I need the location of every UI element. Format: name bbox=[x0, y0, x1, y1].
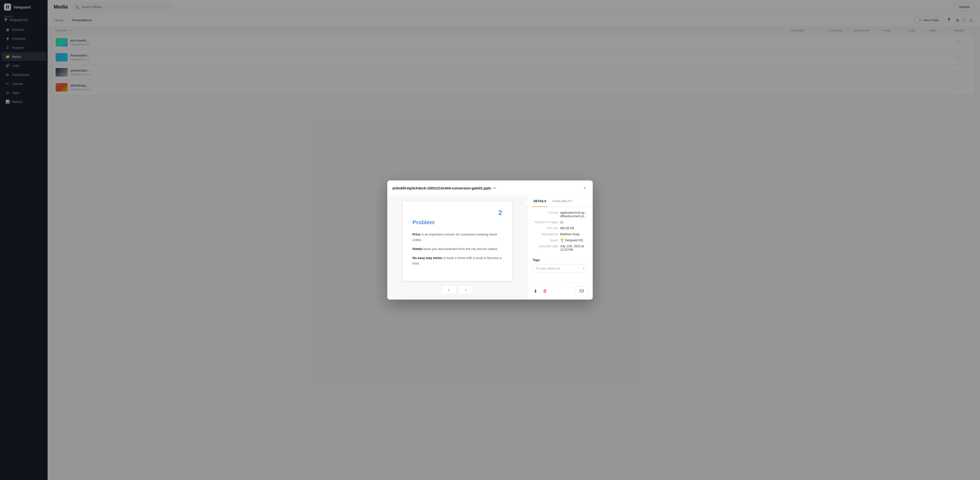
detail-row-upload-date: Uploaded date July 11th, 2023 at12:23 PM bbox=[533, 244, 588, 252]
modal-footer: ⬇ 🗑 bbox=[528, 282, 593, 299]
detail-row-uploader: Uploaded by Matthew Guay bbox=[533, 233, 588, 236]
uploader-value: Matthew Guay bbox=[560, 233, 588, 236]
modal-overlay[interactable]: airbnbfirstpitchdeck-150312141444-conver… bbox=[0, 0, 980, 480]
slide-content: Price is an important concern for custom… bbox=[413, 232, 502, 270]
prev-slide-button[interactable]: ‹ bbox=[441, 285, 457, 295]
modal-body: ☆ 2 Problem Price is an important concer… bbox=[387, 196, 593, 299]
detail-row-space: Space 🏆 Vanguard HQ bbox=[533, 239, 588, 242]
tags-placeholder: No tags added yet bbox=[536, 267, 560, 270]
format-value: application/vnd.op...officedocument.pr..… bbox=[560, 211, 588, 218]
filesize-value: 982.65 KB bbox=[560, 227, 588, 230]
upload-date-label: Uploaded date bbox=[533, 244, 558, 252]
upload-date-value: July 11th, 2023 at12:23 PM bbox=[560, 244, 588, 252]
delete-button[interactable]: 🗑 bbox=[542, 288, 548, 295]
download-button[interactable]: ⬇ bbox=[533, 288, 538, 295]
tab-availability[interactable]: AVAILABILITY bbox=[551, 196, 573, 207]
modal-title-text: airbnbfirstpitchdeck-150312141444-conver… bbox=[392, 186, 491, 190]
detail-row-format: Format application/vnd.op...officedocume… bbox=[533, 211, 588, 218]
detail-row-filesize: File size 982.65 KB bbox=[533, 227, 588, 230]
star-button[interactable]: ☆ bbox=[519, 200, 523, 206]
tags-label: Tags bbox=[533, 258, 588, 262]
modal-details-content: Format application/vnd.op...officedocume… bbox=[528, 207, 593, 258]
footer-right bbox=[576, 286, 588, 296]
slide-title: Problem bbox=[413, 219, 502, 226]
modal-title: airbnbfirstpitchdeck-150312141444-conver… bbox=[392, 186, 579, 190]
details-spacer bbox=[528, 277, 593, 282]
edit-title-icon[interactable]: ✏ bbox=[493, 186, 496, 190]
modal-preview-panel: ☆ 2 Problem Price is an important concer… bbox=[387, 196, 528, 299]
space-label: Space bbox=[533, 239, 558, 242]
cast-button[interactable] bbox=[576, 286, 588, 296]
detail-row-pages: Number of Pages 11 bbox=[533, 220, 588, 224]
tab-details[interactable]: DETAILS bbox=[533, 196, 547, 207]
filesize-label: File size bbox=[533, 227, 558, 230]
slide-navigation: ‹ › bbox=[441, 285, 474, 295]
uploader-label: Uploaded by bbox=[533, 233, 558, 236]
slide-paragraph-1: Price is an important concern for custom… bbox=[413, 232, 502, 243]
tags-section: Tags No tags added yet ▾ bbox=[528, 258, 593, 277]
footer-actions: ⬇ 🗑 bbox=[533, 288, 548, 295]
pages-value: 11 bbox=[560, 220, 588, 224]
modal-details-panel: DETAILS AVAILABILITY Format application/… bbox=[528, 196, 593, 299]
tags-dropdown[interactable]: No tags added yet ▾ bbox=[533, 264, 588, 273]
dropdown-chevron-icon: ▾ bbox=[583, 267, 584, 270]
space-value: 🏆 Vanguard HQ bbox=[560, 239, 588, 242]
slide-paragraph-3: No easy way exists to book a home with a… bbox=[413, 255, 502, 266]
format-label: Format bbox=[533, 211, 558, 218]
media-detail-modal: airbnbfirstpitchdeck-150312141444-conver… bbox=[387, 181, 593, 299]
modal-header: airbnbfirstpitchdeck-150312141444-conver… bbox=[387, 181, 593, 196]
modal-tabs: DETAILS AVAILABILITY bbox=[528, 196, 593, 207]
slide-paragraph-2: Hotels leave you disconnected from the c… bbox=[413, 246, 502, 252]
slide-number: 2 bbox=[413, 209, 502, 217]
modal-close-button[interactable]: × bbox=[582, 185, 588, 191]
cast-icon bbox=[579, 288, 584, 294]
slide-preview: 2 Problem Price is an important concern … bbox=[402, 201, 512, 281]
next-slide-button[interactable]: › bbox=[458, 285, 474, 295]
pages-label: Number of Pages bbox=[533, 220, 558, 224]
